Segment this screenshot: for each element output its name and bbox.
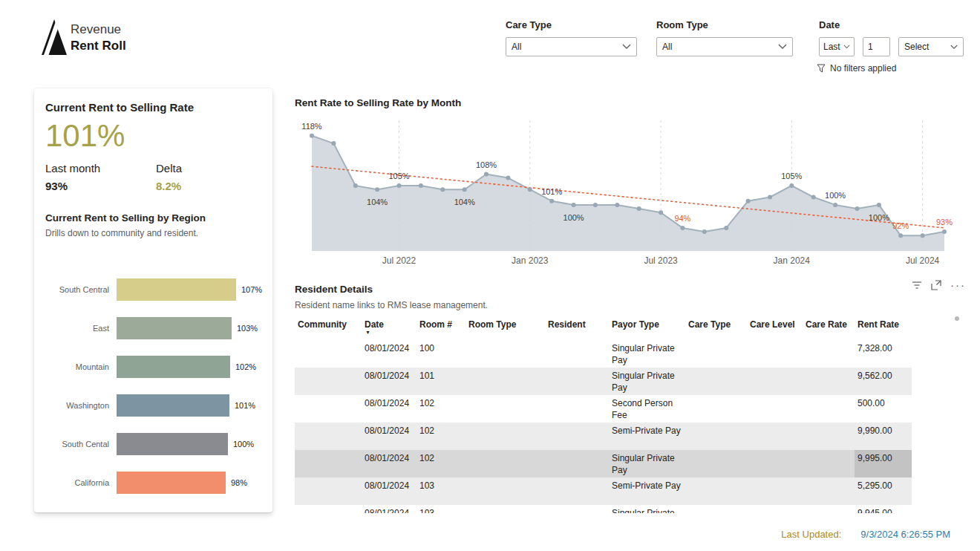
date-mode-dropdown[interactable]: Last (819, 37, 855, 56)
data-point[interactable] (942, 229, 947, 234)
data-point[interactable] (615, 203, 619, 207)
table-cell: 9,995.00 (855, 450, 912, 477)
region-bar-value: 102% (235, 362, 256, 371)
region-bar-category: Washington (45, 401, 117, 410)
column-header-label: Payor Type (612, 319, 659, 330)
table-row[interactable]: 08/01/2024100Singular Private Pay7,328.0… (295, 340, 912, 368)
delta-label: Delta (156, 162, 182, 175)
data-point[interactable] (463, 187, 467, 192)
table-cell (803, 423, 855, 450)
column-header-resident[interactable]: Resident (545, 318, 609, 340)
region-bar[interactable] (117, 356, 230, 378)
data-point[interactable] (593, 203, 598, 207)
care-type-dropdown[interactable]: All (506, 37, 637, 56)
table-cell: Singular Private Pay (609, 505, 685, 513)
column-header-care-type[interactable]: Care Type (685, 318, 747, 340)
column-header-community[interactable]: Community (295, 318, 362, 340)
date-unit-dropdown[interactable]: Select (898, 37, 964, 56)
more-options-icon[interactable]: ··· (950, 281, 966, 289)
data-label: 104% (367, 198, 388, 206)
table-cell: 9,990.00 (855, 423, 912, 450)
table-row[interactable]: 08/01/2024103Semi-Private Pay5,295.00 (295, 477, 912, 505)
data-point[interactable] (789, 183, 794, 188)
svg-text:Jul 2023: Jul 2023 (644, 255, 678, 266)
date-value-input[interactable] (863, 37, 890, 56)
table-row[interactable]: 08/01/2024102Second Person Fee500.00 (295, 395, 912, 423)
svg-text:Jul 2024: Jul 2024 (906, 255, 940, 266)
data-point[interactable] (724, 226, 728, 230)
data-point[interactable] (768, 195, 772, 200)
region-bar[interactable] (117, 278, 236, 301)
data-point[interactable] (397, 183, 402, 188)
focus-mode-icon[interactable] (931, 280, 941, 290)
column-header-room-type[interactable]: Room Type (466, 318, 545, 340)
data-point[interactable] (659, 210, 663, 215)
data-point[interactable] (833, 203, 837, 207)
data-point[interactable] (440, 187, 445, 192)
filter-status: No filters applied (817, 63, 896, 74)
region-bar[interactable] (117, 433, 228, 455)
table-cell: Singular Private Pay (609, 368, 685, 395)
data-point[interactable] (353, 183, 358, 188)
data-point[interactable] (506, 176, 510, 180)
footer: Last Updated: 9/3/2024 6:26:55 PM (781, 529, 950, 540)
table-cell: 08/01/2024 (362, 505, 416, 513)
data-point[interactable] (877, 203, 881, 207)
column-header-care-level[interactable]: Care Level (747, 318, 803, 340)
table-cell: 5,295.00 (855, 477, 912, 505)
column-header-room-[interactable]: Room # (416, 318, 466, 340)
data-point[interactable] (484, 172, 489, 177)
data-point[interactable] (331, 141, 336, 146)
data-point[interactable] (549, 199, 554, 203)
region-bar[interactable] (117, 472, 226, 494)
room-type-label: Room Type (656, 19, 793, 32)
data-point[interactable] (419, 183, 423, 188)
table-cell (747, 395, 803, 423)
table-scrollbar-thumb[interactable] (955, 316, 959, 321)
data-label: 92% (892, 221, 909, 230)
chevron-down-icon (843, 45, 850, 49)
table-cell (295, 395, 362, 423)
data-point[interactable] (680, 226, 685, 230)
data-point[interactable] (811, 195, 816, 200)
column-header-care-rate[interactable]: Care Rate (803, 318, 855, 340)
data-point[interactable] (746, 199, 751, 203)
trend-chart-svg[interactable]: Jul 2022Jan 2023Jul 2023Jan 2024Jul 2024… (295, 113, 958, 270)
column-header-payor-type[interactable]: Payor Type (609, 318, 685, 340)
room-type-value: All (662, 42, 672, 52)
table-row[interactable]: 08/01/2024102Semi-Private Pay9,990.00 (295, 423, 912, 450)
region-chart-title: Current Rent to Selling by Region (45, 212, 261, 224)
table-cell (685, 477, 747, 505)
column-header-date[interactable]: Date▼ (362, 318, 416, 340)
table-cell: 08/01/2024 (362, 395, 416, 423)
table-row[interactable]: 08/01/2024103Singular Private Pay9,945.0… (295, 505, 912, 513)
last-updated-value: 9/3/2024 6:26:55 PM (860, 529, 950, 540)
region-bar-category: California (45, 478, 117, 487)
table-row[interactable]: 08/01/2024101Singular Private Pay9,562.0… (295, 368, 912, 395)
kpi-value: 101% (45, 120, 261, 152)
table-cell (747, 505, 803, 513)
column-header-rent-rate[interactable]: Rent Rate (855, 318, 912, 340)
region-bar[interactable] (117, 317, 232, 339)
filter-icon[interactable] (912, 281, 922, 290)
table-cell: 7,328.00 (855, 340, 912, 368)
data-point[interactable] (637, 206, 641, 211)
trend-area-chart[interactable]: Jul 2022Jan 2023Jul 2023Jan 2024Jul 2024… (295, 113, 958, 270)
chevron-down-icon (622, 44, 631, 50)
region-bar[interactable] (117, 394, 229, 417)
data-point[interactable] (572, 203, 576, 207)
data-point[interactable] (921, 233, 925, 238)
data-point[interactable] (310, 134, 314, 138)
table-cell (685, 450, 747, 477)
table-row[interactable]: 08/01/2024102Singular Private Pay9,995.0… (295, 450, 912, 477)
data-point[interactable] (855, 206, 860, 211)
table-cell: Semi-Private Pay (609, 423, 685, 450)
data-point[interactable] (702, 229, 707, 234)
data-point[interactable] (375, 187, 379, 192)
data-point[interactable] (528, 187, 532, 192)
table-cell (747, 368, 803, 395)
room-type-dropdown[interactable]: All (656, 37, 793, 56)
column-header-label: Care Level (750, 319, 795, 330)
data-point[interactable] (898, 233, 903, 238)
report-title-line1: Revenue (71, 22, 126, 38)
